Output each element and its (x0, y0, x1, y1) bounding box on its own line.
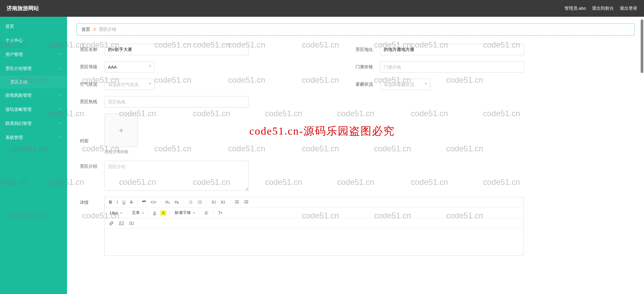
strike-button[interactable]: S (129, 199, 134, 205)
underline-button[interactable]: U (121, 199, 126, 205)
code-button[interactable]: </> (150, 199, 157, 205)
link-button[interactable] (108, 220, 115, 226)
svg-rect-1 (199, 201, 202, 201)
svg-point-7 (120, 222, 121, 223)
ordered-list-button[interactable] (187, 199, 194, 205)
svg-point-4 (198, 203, 199, 204)
logout-button[interactable]: 退出登录 (620, 5, 637, 11)
page-scrollbar[interactable] (640, 19, 644, 294)
sidebar-item-label: 景区介绍管理 (5, 66, 32, 72)
italic-button[interactable]: I (116, 199, 119, 205)
sidebar-item-label: 游玩攻略管理 (5, 106, 32, 113)
quote-button[interactable]: ❝❞ (141, 199, 147, 205)
superscript-button[interactable]: X2 (220, 199, 226, 205)
block-format-select[interactable]: 文本 (130, 210, 145, 216)
sidebar-item-label: 系统管理 (5, 135, 23, 141)
label-cover: 封面 (80, 125, 102, 144)
scenic-name-input[interactable] (104, 44, 249, 55)
text-color-button[interactable]: A (152, 210, 157, 216)
scrollbar-thumb[interactable] (641, 19, 643, 73)
svg-point-2 (198, 202, 199, 203)
sidebar: 首页 个人中心 用户管理 ﹀ 景区介绍管理 ︿ 景区介绍 疫情风险管理 ﹀ 游玩… (0, 17, 67, 294)
chevron-down-icon: ﹀ (58, 135, 62, 140)
sidebar-item-guide[interactable]: 游玩攻略管理 ﹀ (0, 102, 67, 117)
clear-format-button[interactable]: Tx (217, 210, 223, 216)
plus-icon: + (118, 125, 123, 136)
chevron-down-icon: ﹀ (58, 107, 62, 112)
svg-rect-6 (119, 222, 123, 225)
editor-toolbar-3 (105, 218, 523, 229)
sidebar-item-scenic[interactable]: 景区介绍管理 ︿ (0, 62, 67, 76)
haze-status-select[interactable] (380, 79, 430, 90)
sidebar-item-users[interactable]: 用户管理 ﹀ (0, 48, 67, 62)
back-to-front-button[interactable]: 退出到前台 (592, 5, 614, 11)
svg-rect-5 (199, 203, 202, 204)
chevron-up-icon: ︿ (58, 66, 62, 71)
breadcrumb-home[interactable]: 首页 (82, 27, 90, 32)
bg-color-button[interactable]: A (160, 210, 166, 216)
indent-increase-button[interactable] (243, 199, 250, 205)
rich-text-editor: B I U S ❝❞ </> (104, 197, 524, 256)
sidebar-item-label: 疫情风险管理 (5, 92, 32, 98)
label-scenic-name: 景区名称 (80, 44, 102, 53)
image-button[interactable] (118, 220, 125, 226)
chevron-down-icon: ﹀ (58, 93, 62, 98)
air-status-select[interactable] (104, 79, 155, 90)
sidebar-item-label: 用户管理 (5, 52, 23, 58)
breadcrumb-sep: // (94, 27, 96, 32)
bold-button[interactable]: B (108, 199, 113, 205)
breadcrumb: 首页 // 景区介绍 (76, 23, 635, 35)
subscript-button[interactable]: X2 (210, 199, 217, 205)
sidebar-sub-label: 景区介绍 (10, 79, 28, 84)
sidebar-item-epidemic[interactable]: 疫情风险管理 ﹀ (0, 88, 67, 102)
label-detail: 详情 (80, 197, 102, 206)
form-body: 景区名称 景区地址 景区等级 门票价格 (76, 35, 635, 270)
sidebar-item-profile[interactable]: 个人中心 (0, 33, 67, 48)
sidebar-item-label: 联系我们管理 (5, 121, 32, 127)
font-family-select[interactable]: 标准字体 (173, 210, 196, 216)
h1-button[interactable]: H₁ (164, 199, 171, 205)
video-button[interactable] (128, 220, 135, 226)
intro-textarea[interactable] (104, 161, 249, 191)
label-scenic-level: 景区等级 (80, 61, 102, 70)
label-ticket-price: 门票价格 (356, 61, 377, 70)
label-air-status: 空气状况 (80, 79, 102, 87)
label-scenic-address: 景区地址 (356, 44, 377, 53)
font-size-select[interactable]: 14px (108, 210, 123, 216)
indent-decrease-button[interactable] (233, 199, 240, 205)
chevron-down-icon: ﹀ (58, 121, 62, 126)
svg-rect-3 (199, 202, 202, 202)
sidebar-item-label: 个人中心 (5, 38, 23, 44)
align-button[interactable] (203, 210, 210, 216)
sidebar-item-contact[interactable]: 联系我们管理 ﹀ (0, 117, 67, 131)
label-hotline: 景区热线 (80, 96, 102, 105)
scenic-address-input[interactable] (380, 44, 524, 55)
label-haze-status: 雾霾状况 (356, 79, 377, 87)
sidebar-item-system[interactable]: 系统管理 ﹀ (0, 131, 67, 145)
cover-upload-hint: 点击上传封面 (104, 149, 138, 155)
editor-toolbar: B I U S ❝❞ </> (105, 197, 523, 208)
chevron-down-icon: ﹀ (58, 52, 62, 57)
hotline-input[interactable] (104, 96, 249, 107)
top-header: 济南旅游网站 管理员 abo 退出到前台 退出登录 (0, 0, 644, 17)
breadcrumb-current: 景区介绍 (99, 27, 116, 32)
sidebar-item-home[interactable]: 首页 (0, 19, 67, 33)
scenic-level-select[interactable] (104, 61, 155, 73)
bullet-list-button[interactable] (197, 199, 203, 205)
admin-label[interactable]: 管理员 abo (565, 5, 586, 11)
header-right: 管理员 abo 退出到前台 退出登录 (565, 5, 637, 11)
ticket-price-input[interactable] (380, 61, 524, 73)
h2-button[interactable]: H₂ (174, 199, 180, 205)
editor-content[interactable] (105, 229, 523, 255)
sidebar-item-label: 首页 (5, 23, 14, 29)
cover-upload-box[interactable]: + (104, 114, 138, 147)
site-title: 济南旅游网站 (7, 5, 39, 12)
sidebar-sub-scenic-intro[interactable]: 景区介绍 (0, 76, 67, 88)
editor-toolbar-2: 14px 文本 A A 标准字体 (105, 208, 523, 218)
main-content: 首页 // 景区介绍 景区名称 景区地址 景区等级 (67, 17, 644, 294)
svg-point-0 (198, 201, 199, 201)
label-intro: 景区介绍 (80, 161, 102, 169)
